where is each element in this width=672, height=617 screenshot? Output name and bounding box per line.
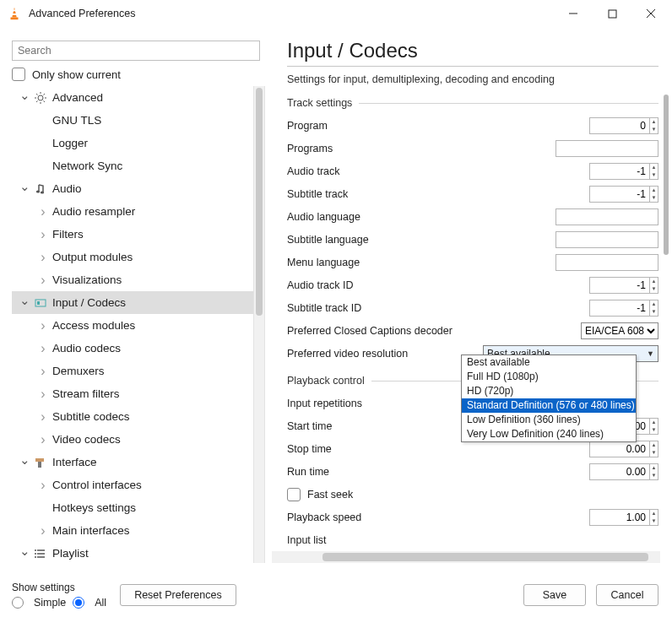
section-track-settings: Track settings: [287, 97, 658, 109]
audio-track-id-input[interactable]: [589, 277, 650, 294]
tree-item-label: Output modules: [52, 251, 133, 263]
fast-seek-label: Fast seek: [307, 489, 353, 501]
tree-item[interactable]: ›Demuxers: [12, 360, 265, 382]
chevron-right-icon: ›: [35, 318, 51, 333]
close-button[interactable]: [631, 0, 670, 27]
playback-speed-spinner[interactable]: ▲▼: [650, 509, 658, 526]
input-list-label: Input list: [287, 534, 658, 546]
all-radio[interactable]: [73, 597, 84, 609]
tree-item-label: Logger: [52, 137, 88, 149]
dropdown-option[interactable]: Full HD (1080p): [462, 370, 636, 384]
programs-input[interactable]: [555, 140, 658, 157]
run-time-input[interactable]: [589, 463, 650, 480]
start-time-spinner[interactable]: ▲▼: [650, 418, 658, 435]
tree-item[interactable]: Network Sync: [12, 154, 265, 177]
stop-time-spinner[interactable]: ▲▼: [650, 441, 658, 457]
tree-item[interactable]: ›Filters: [12, 223, 265, 246]
program-spinner[interactable]: ▲▼: [650, 117, 658, 134]
tree-item-label: Hotkeys settings: [52, 501, 136, 514]
tree-category[interactable]: ⌄Interface: [12, 451, 265, 474]
chevron-down-icon: ⌄: [17, 179, 32, 194]
program-input[interactable]: [589, 117, 650, 134]
svg-rect-12: [35, 458, 44, 462]
chevron-right-icon: ›: [35, 409, 51, 425]
dropdown-option[interactable]: Very Low Definition (240 lines): [462, 427, 636, 441]
tree-item-label: Interface: [52, 456, 97, 468]
tree-item[interactable]: ›Visualizations: [12, 268, 265, 291]
dropdown-option[interactable]: Standard Definition (576 or 480 lines): [462, 398, 636, 413]
audio-language-input[interactable]: [555, 208, 658, 225]
dropdown-option[interactable]: Best available: [462, 355, 636, 370]
reset-preferences-button[interactable]: Reset Preferences: [120, 584, 236, 606]
list-icon: [32, 547, 49, 560]
subtitle-track-id-spinner[interactable]: ▲▼: [650, 300, 658, 317]
chevron-right-icon: ›: [35, 478, 51, 493]
tree-item[interactable]: Hotkeys settings: [12, 496, 265, 519]
svg-rect-4: [609, 10, 616, 18]
tree-category[interactable]: ⌄Audio: [12, 177, 265, 200]
gear-icon: [32, 91, 49, 105]
audio-language-label: Audio language: [287, 211, 555, 223]
chevron-right-icon: ›: [35, 364, 51, 379]
stop-time-input[interactable]: [589, 441, 650, 457]
panel-h-scrollbar[interactable]: [272, 551, 660, 563]
tree-item[interactable]: ›Audio codecs: [12, 337, 265, 360]
video-res-label: Preferred video resolution: [287, 348, 483, 360]
brush-icon: [32, 456, 49, 469]
cancel-button[interactable]: Cancel: [596, 584, 658, 606]
tree-item[interactable]: Logger: [12, 132, 265, 154]
dropdown-option[interactable]: Low Definition (360 lines): [462, 413, 636, 427]
tree-category[interactable]: ⌄Advanced: [12, 86, 265, 109]
svg-rect-11: [37, 301, 40, 305]
svg-point-19: [35, 556, 36, 558]
tree-scrollbar[interactable]: [253, 86, 265, 563]
tree-category[interactable]: ⌄Input / Codecs: [12, 291, 265, 314]
preferences-tree[interactable]: ⌄AdvancedGNU TLSLoggerNetwork Sync⌄Audio…: [12, 86, 265, 563]
simple-radio[interactable]: [12, 597, 24, 609]
playback-speed-label: Playback speed: [287, 511, 589, 523]
fast-seek-checkbox[interactable]: [287, 488, 301, 501]
subtitle-track-input[interactable]: [589, 186, 650, 203]
run-time-spinner[interactable]: ▲▼: [650, 463, 658, 480]
chevron-right-icon: ›: [35, 204, 51, 219]
only-show-current-checkbox[interactable]: [12, 68, 25, 81]
playback-speed-input[interactable]: [589, 509, 650, 526]
cc-decoder-select[interactable]: EIA/CEA 608: [581, 322, 658, 339]
audio-track-id-label: Audio track ID: [287, 279, 589, 291]
maximize-button[interactable]: [593, 0, 631, 27]
tree-item[interactable]: ›Video codecs: [12, 428, 265, 451]
tree-item-label: Audio codecs: [52, 342, 121, 355]
panel-scrollbar[interactable]: [664, 95, 669, 255]
tree-item[interactable]: ›Subtitle codecs: [12, 405, 265, 428]
tree-item[interactable]: ›Audio resampler: [12, 200, 265, 223]
dropdown-option[interactable]: HD (720p): [462, 384, 636, 398]
tree-item[interactable]: ›Output modules: [12, 246, 265, 268]
vlc-cone-icon: [7, 6, 22, 21]
tree-item-label: Main interfaces: [52, 524, 130, 537]
tree-item-label: Audio: [52, 182, 82, 195]
subtitle-track-id-input[interactable]: [589, 300, 650, 317]
tree-item[interactable]: ›Control interfaces: [12, 474, 265, 496]
tree-category[interactable]: ⌄Playlist: [12, 542, 265, 563]
subtitle-language-input[interactable]: [555, 231, 658, 248]
tree-item[interactable]: ›Main interfaces: [12, 519, 265, 542]
tree-item[interactable]: ›Stream filters: [12, 382, 265, 405]
subtitle-track-label: Subtitle track: [287, 188, 589, 200]
menu-language-input[interactable]: [555, 254, 658, 271]
minimize-button[interactable]: [554, 0, 593, 27]
audio-track-input[interactable]: [589, 163, 650, 180]
save-button[interactable]: Save: [523, 584, 586, 606]
tree-item[interactable]: ›Access modules: [12, 314, 265, 337]
search-input[interactable]: [12, 41, 260, 61]
svg-rect-0: [11, 18, 19, 20]
audio-track-id-spinner[interactable]: ▲▼: [650, 277, 658, 294]
page-subtitle: Settings for input, demultiplexing, deco…: [287, 73, 658, 85]
tree-item[interactable]: GNU TLS: [12, 109, 265, 132]
video-res-dropdown[interactable]: Best availableFull HD (1080p)HD (720p)St…: [461, 355, 637, 442]
subtitle-track-spinner[interactable]: ▲▼: [650, 186, 658, 203]
subtitle-track-id-label: Subtitle track ID: [287, 302, 589, 314]
chevron-right-icon: ›: [35, 250, 51, 265]
svg-rect-10: [35, 300, 46, 306]
audio-track-spinner[interactable]: ▲▼: [650, 163, 658, 180]
only-show-current-label: Only show current: [32, 68, 121, 81]
